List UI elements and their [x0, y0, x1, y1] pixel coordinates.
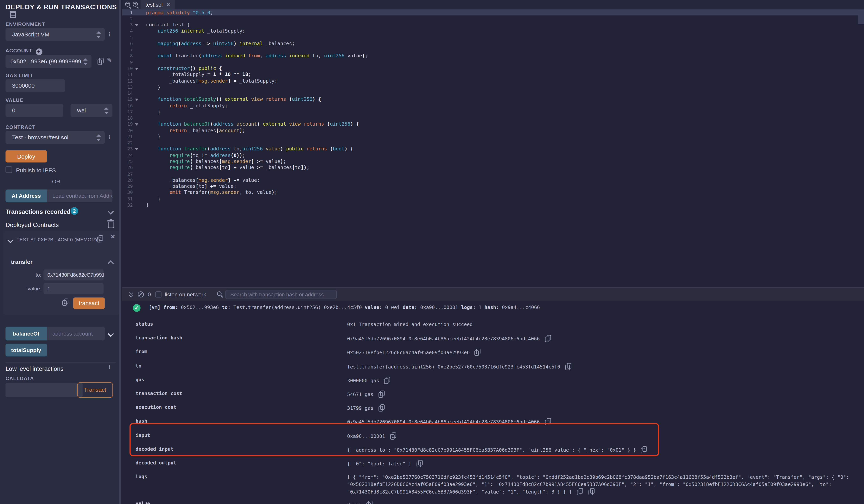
- code-line[interactable]: 10 constructor() public {: [122, 65, 864, 71]
- low-level-transact-button[interactable]: Transact: [77, 382, 113, 398]
- code-line[interactable]: 32}: [122, 202, 864, 208]
- code-line[interactable]: 31 }: [122, 195, 864, 202]
- tab-test-sol[interactable]: test.sol×: [141, 0, 175, 9]
- low-level-info-icon[interactable]: i: [109, 364, 110, 370]
- balanceof-button[interactable]: balanceOf: [5, 327, 47, 340]
- fold-icon[interactable]: [134, 122, 139, 126]
- close-tab-icon[interactable]: ×: [166, 1, 170, 8]
- code-line[interactable]: 17 }: [122, 109, 864, 115]
- to-input[interactable]: 0x71430Fd8c82cC7b991,: [44, 269, 104, 280]
- close-icon[interactable]: ×: [111, 234, 115, 240]
- edit-account-icon[interactable]: ✎: [107, 57, 112, 64]
- code-line[interactable]: 26 require(_balances[to] + value >= _bal…: [122, 165, 864, 171]
- value-param-input[interactable]: 1: [44, 283, 104, 294]
- copy-icon[interactable]: [416, 460, 423, 467]
- code-line[interactable]: 9: [122, 59, 864, 65]
- copy-icon[interactable]: [378, 404, 385, 411]
- code-line[interactable]: 12 _balances[msg.sender] = _totalSupply;: [122, 77, 864, 84]
- publish-ipfs-checkbox[interactable]: [5, 166, 12, 173]
- add-account-icon[interactable]: +: [35, 48, 42, 55]
- at-address-button[interactable]: At Address: [5, 190, 47, 202]
- copy-address-icon[interactable]: [97, 235, 104, 242]
- code-line[interactable]: 20 return _balances[account];: [122, 127, 864, 134]
- code-line[interactable]: 27: [122, 171, 864, 177]
- documentation-icon[interactable]: [10, 11, 16, 18]
- code-line[interactable]: 7: [122, 47, 864, 53]
- copy-icon[interactable]: [475, 349, 481, 356]
- tx-detail-value: 3000000 gas: [347, 373, 855, 384]
- contract-select[interactable]: Test - browser/test.sol: [5, 131, 105, 144]
- trash-icon[interactable]: [108, 222, 114, 228]
- at-address-input[interactable]: Load contract from Address: [47, 190, 112, 202]
- code-line[interactable]: 11 _totalSupply = 1 * 10 ** 18;: [122, 71, 864, 77]
- copy-icon[interactable]: [577, 488, 584, 495]
- tx-detail-row-value: value0 wei: [122, 497, 864, 504]
- copy-icon[interactable]: [545, 335, 551, 342]
- copy-calldata-icon[interactable]: [62, 299, 69, 306]
- code-line[interactable]: 24 require(to != address(0));: [122, 152, 864, 158]
- zoom-in-icon[interactable]: +: [133, 2, 138, 7]
- calldata-input[interactable]: [5, 383, 83, 397]
- environment-info-icon[interactable]: i: [109, 31, 110, 37]
- code-lines[interactable]: 1pragma solidity ^0.5.0;23contract Test …: [122, 9, 864, 208]
- fold-icon[interactable]: [134, 147, 139, 151]
- copy-icon[interactable]: [545, 418, 551, 425]
- code-line[interactable]: 18: [122, 115, 864, 121]
- code-line[interactable]: 3contract Test {: [122, 22, 864, 28]
- listen-network-checkbox[interactable]: [155, 291, 161, 297]
- zoom-out-icon[interactable]: −: [125, 2, 130, 7]
- gas-limit-input[interactable]: 3000000: [5, 79, 65, 92]
- code-line[interactable]: 5: [122, 34, 864, 40]
- collapse-contract-icon[interactable]: [7, 237, 14, 243]
- deploy-button[interactable]: Deploy: [5, 151, 47, 163]
- copy-icon[interactable]: [390, 432, 397, 439]
- copy-icon[interactable]: [384, 377, 391, 384]
- code-line[interactable]: 30 emit Transfer(msg.sender, to, value);: [122, 189, 864, 195]
- code-line[interactable]: 6 mapping(address => uint256) internal _…: [122, 40, 864, 47]
- account-select[interactable]: 0x502...993e6 (99.9999999: [5, 55, 91, 68]
- clear-console-icon[interactable]: [138, 291, 144, 297]
- terminal-search-input[interactable]: [225, 289, 337, 299]
- code-line[interactable]: 16 return _totalSupply;: [122, 103, 864, 109]
- copy-icon[interactable]: [378, 391, 385, 398]
- value-unit-select[interactable]: wei: [71, 104, 112, 117]
- copy-icon[interactable]: [367, 501, 373, 504]
- code-line[interactable]: 15 function totalSupply() external view …: [122, 96, 864, 103]
- transaction-log-row[interactable]: ✓ [vm] from: 0x502...993e6 to: Test.tran…: [122, 302, 864, 315]
- code-line[interactable]: 25 require(_balances[msg.sender] >= valu…: [122, 158, 864, 165]
- chevron-up-icon[interactable]: [108, 260, 114, 266]
- contract-info-icon[interactable]: i: [109, 134, 110, 141]
- code-line[interactable]: 21 }: [122, 134, 864, 140]
- balanceof-arg-input[interactable]: address account: [47, 327, 105, 340]
- copy-icon[interactable]: [641, 446, 648, 453]
- code-line[interactable]: 28 _balances[msg.sender] -= value;: [122, 177, 864, 183]
- line-number: 21: [122, 134, 133, 139]
- code-line[interactable]: 19 function balanceOf(address account) e…: [122, 121, 864, 127]
- transact-button[interactable]: transact: [73, 298, 105, 309]
- transaction-details-table: status0x1 Transaction mined and executio…: [122, 318, 864, 504]
- totalsupply-button[interactable]: totalSupply: [5, 344, 47, 356]
- code-line[interactable]: 4 uint256 internal _totalSupply;: [122, 28, 864, 34]
- code-line[interactable]: 23 function transfer(address to,uint256 …: [122, 146, 864, 152]
- fold-icon[interactable]: [134, 67, 139, 70]
- chevron-down-icon[interactable]: [108, 208, 114, 215]
- code-line[interactable]: 2: [122, 15, 864, 22]
- code-line[interactable]: 1pragma solidity ^0.5.0;: [122, 9, 864, 15]
- code-line[interactable]: 8 event Transfer(address indexed from, a…: [122, 53, 864, 59]
- code-line[interactable]: 14: [122, 90, 864, 96]
- tx-detail-row-logs: logs[ { "from": "0xe2be527760c7503716dfe…: [122, 470, 864, 497]
- code-line[interactable]: 22: [122, 140, 864, 146]
- copy-icon[interactable]: [588, 488, 595, 495]
- tx-detail-label: to: [135, 363, 141, 368]
- copy-icon[interactable]: [565, 363, 572, 370]
- expand-fn-icon[interactable]: [108, 331, 114, 337]
- fold-icon[interactable]: [134, 98, 139, 101]
- collapse-terminal-icon[interactable]: [129, 291, 133, 297]
- code-line[interactable]: 29 _balances[to] += value;: [122, 183, 864, 189]
- editor-scrollbar[interactable]: [858, 10, 864, 24]
- copy-account-icon[interactable]: [97, 58, 104, 65]
- environment-select[interactable]: JavaScript VM: [5, 28, 105, 41]
- code-line[interactable]: 13 }: [122, 84, 864, 90]
- fold-icon[interactable]: [134, 23, 139, 26]
- value-input[interactable]: 0: [5, 104, 63, 117]
